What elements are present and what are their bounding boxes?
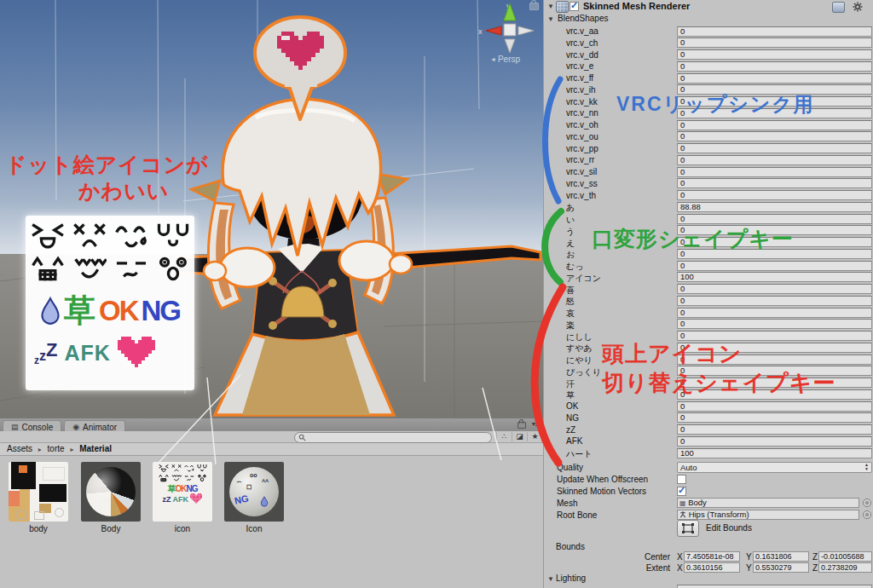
- console-icon: ▤: [11, 423, 19, 431]
- axis-y-label: Y: [746, 552, 752, 562]
- object-picker-icon[interactable]: [863, 510, 871, 519]
- pixel-face-icon: [171, 474, 182, 482]
- blendshape-value-field[interactable]: 0: [677, 412, 872, 423]
- asset-thumb-icon-texture[interactable]: 草OKNG zZAFK: [153, 462, 212, 522]
- pixel-heart-icon: [277, 32, 324, 70]
- extent-z-field[interactable]: 0.2738209: [818, 562, 872, 573]
- blendshape-value-field[interactable]: 0: [677, 401, 872, 412]
- blendshapes-section-label[interactable]: BlendShapes: [558, 14, 609, 23]
- sprite-pack-button[interactable]: ∴: [496, 432, 512, 441]
- blendshape-value-field[interactable]: 0: [677, 296, 872, 306]
- annotation-cute-line1: ドット絵アイコンが: [5, 152, 223, 178]
- breadcrumb-arrow-icon: ▸: [38, 446, 42, 453]
- foldout-arrow-icon[interactable]: ▼: [547, 15, 554, 23]
- blendshape-label: NG: [566, 413, 579, 423]
- blendshape-value-field[interactable]: 0: [677, 167, 872, 177]
- breadcrumb-assets[interactable]: Assets: [7, 444, 32, 453]
- lighting-label[interactable]: Lighting: [556, 574, 586, 583]
- inspector-panel: ▼ ✓ Skinned Mesh Renderer ▼ BlendShapes …: [543, 0, 873, 588]
- blendshape-row: vrc.v_rr0: [544, 154, 873, 166]
- breadcrumb-material[interactable]: Material: [79, 444, 112, 453]
- pixel-face-icon: [72, 255, 107, 283]
- blendshape-value-field[interactable]: 0: [677, 143, 872, 153]
- lock-icon[interactable]: [517, 422, 526, 429]
- asset-thumb-body-texture[interactable]: [9, 462, 68, 522]
- mesh-label: Mesh: [557, 499, 577, 508]
- extent-y-field[interactable]: 0.5530279: [753, 562, 809, 573]
- blendshape-value-field[interactable]: 0: [677, 155, 872, 165]
- mesh-object-field[interactable]: ▦ Body: [677, 498, 859, 508]
- blendshape-value-field[interactable]: 0: [677, 73, 872, 84]
- pixel-face-icon: [197, 464, 207, 472]
- object-picker-icon[interactable]: [863, 499, 871, 507]
- blendshape-value-field[interactable]: 0: [677, 49, 872, 60]
- blendshape-row: vrc.v_ff0: [544, 72, 873, 84]
- blendshape-value-field[interactable]: 100: [677, 272, 872, 282]
- gear-icon[interactable]: [853, 2, 863, 12]
- scene-view[interactable]: y x ◄Persp ドット絵アイコンが かわいい 草 OK N: [0, 0, 543, 418]
- blendshape-label: OK: [566, 401, 578, 411]
- skinned-motion-vectors-checkbox[interactable]: ✓: [677, 487, 686, 496]
- edit-bounds-label: Edit Bounds: [706, 523, 752, 533]
- blendshape-value-field[interactable]: 0: [677, 436, 872, 447]
- label-button[interactable]: ◪: [512, 432, 527, 441]
- blendshape-value-field[interactable]: 0: [677, 61, 872, 72]
- blendshape-row: アイコン100: [544, 272, 873, 284]
- center-z-field[interactable]: -0.01005688: [818, 551, 872, 562]
- blendshape-row: 喜0: [544, 284, 873, 296]
- component-header[interactable]: ▼ ✓ Skinned Mesh Renderer: [544, 0, 873, 13]
- blendshape-row: 哀0: [544, 307, 873, 319]
- search-input[interactable]: [294, 432, 492, 443]
- blendshape-label: vrc.v_kk: [566, 97, 598, 107]
- center-x-field[interactable]: 7.450581e-08: [684, 551, 740, 562]
- blendshape-value-field[interactable]: 0: [677, 284, 872, 294]
- blendshape-value-field[interactable]: 88.88: [677, 202, 872, 212]
- persp-label[interactable]: ◄Persp: [490, 55, 520, 64]
- blendshape-row: NG0: [544, 412, 873, 424]
- blendshape-value-field[interactable]: 0: [677, 26, 872, 37]
- blendshape-label: vrc.v_pp: [566, 144, 598, 153]
- bounds-icon: [681, 522, 695, 534]
- blendshape-value-field[interactable]: 0: [677, 131, 872, 141]
- blendshape-value-field[interactable]: 0: [677, 37, 872, 48]
- blendshape-value-field[interactable]: 0: [677, 308, 872, 318]
- blendshape-value-field[interactable]: 0: [677, 120, 872, 130]
- foldout-arrow-icon[interactable]: ▼: [547, 575, 554, 583]
- blendshape-value-field[interactable]: 100: [677, 448, 872, 458]
- center-y-field[interactable]: 0.1631806: [753, 551, 809, 562]
- dock-tab-bar: ▤Console◉Animator: [0, 418, 543, 431]
- menu-icon[interactable]: ▾☰: [532, 420, 540, 428]
- edit-bounds-button[interactable]: [677, 520, 699, 537]
- blendshape-row: vrc.v_oh0: [544, 119, 873, 131]
- blendshape-value-field[interactable]: 0: [677, 190, 872, 200]
- blendshape-label: vrc.v_ff: [566, 73, 593, 83]
- extent-x-field[interactable]: 0.3610156: [684, 562, 740, 573]
- tab-label: Animator: [83, 423, 117, 432]
- asset-thumb-icon-material[interactable]: oo ^^ ⌒ ☐ NG: [224, 462, 284, 522]
- help-icon[interactable]: [832, 2, 845, 13]
- component-enabled-checkbox[interactable]: ✓: [569, 2, 579, 11]
- blendshape-value-field[interactable]: 0: [677, 319, 872, 329]
- quality-dropdown[interactable]: Auto ▲▼: [677, 462, 872, 473]
- pixel-face-icon: [171, 464, 182, 472]
- asset-label[interactable]: icon: [153, 524, 212, 533]
- asset-label[interactable]: Body: [81, 524, 141, 533]
- breadcrumb: Assets ▸ torte ▸ Material: [0, 443, 543, 456]
- pixel-face-row: [29, 221, 191, 249]
- root-bone-object-field[interactable]: Hips (Transform): [677, 510, 859, 520]
- blendshape-value-field[interactable]: 0: [677, 178, 872, 188]
- asset-thumb-body-material[interactable]: [81, 462, 141, 522]
- blendshape-value-field[interactable]: 0: [677, 261, 872, 271]
- foldout-arrow-icon[interactable]: ▼: [547, 3, 554, 10]
- favorite-button[interactable]: ★: [527, 432, 542, 441]
- pixel-heart-icon: [118, 337, 155, 367]
- breadcrumb-torte[interactable]: torte: [48, 444, 65, 453]
- asset-label[interactable]: body: [9, 524, 68, 533]
- pixel-face-icon: [114, 221, 148, 249]
- blendshape-value-field[interactable]: 0: [677, 214, 872, 224]
- blendshape-value-field[interactable]: 0: [677, 424, 872, 435]
- sweat-drop-icon: [40, 297, 61, 326]
- blendshape-row: AFK0: [544, 435, 873, 447]
- asset-label[interactable]: Icon: [224, 524, 284, 533]
- update-when-offscreen-checkbox[interactable]: [677, 475, 686, 484]
